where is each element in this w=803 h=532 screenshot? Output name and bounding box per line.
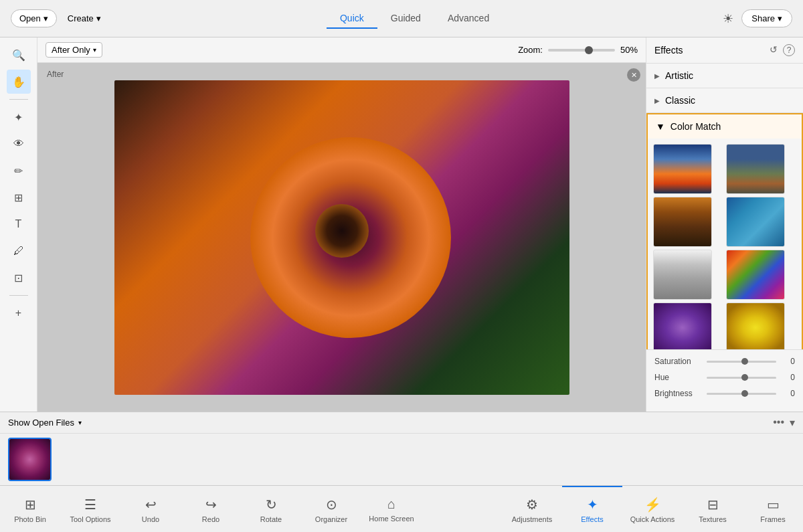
color-match-header[interactable]: ▼ Color Match <box>648 114 802 139</box>
select-tool[interactable]: ✦ <box>7 105 31 129</box>
create-button[interactable]: Create ▾ <box>62 10 106 27</box>
saturation-value: 0 <box>782 357 795 366</box>
theme-icon[interactable]: ☀ <box>723 11 733 26</box>
color-match-thumb-5[interactable] <box>653 250 712 300</box>
toolbar-effects[interactable]: ✦ Effects <box>562 486 622 533</box>
pencil-tool[interactable]: 🖊 <box>7 239 31 263</box>
adjustments-label: Adjustments <box>512 515 553 523</box>
left-toolbar: 🔍 ✋ ✦ 👁 ✏ ⊞ T 🖊 ⊡ + <box>0 37 37 412</box>
quick-actions-label: Quick Actions <box>630 515 675 523</box>
hue-thumb <box>741 374 748 381</box>
effects-list: ▶ Artistic ▶ Classic ▼ Color Match <box>646 64 803 349</box>
color-match-thumb-1[interactable] <box>653 144 712 194</box>
effects-icon: ✦ <box>587 497 598 513</box>
color-match-thumb-6[interactable] <box>726 250 785 300</box>
file-bin-chevron-icon[interactable]: ▾ <box>78 419 82 426</box>
tool-options-icon: ☰ <box>84 497 96 513</box>
open-file-thumb-1[interactable] <box>8 438 52 481</box>
canvas-label: After <box>47 70 64 79</box>
tool-separator-2 <box>9 295 28 296</box>
adjustments-icon: ⚙ <box>526 497 538 513</box>
canvas-area: After Only ▾ Zoom: 50% After ✕ <box>37 37 646 412</box>
tool-options-label: Tool Options <box>70 515 110 523</box>
color-match-thumb-2[interactable] <box>726 144 785 194</box>
stamp-tool[interactable]: ⊞ <box>7 185 31 209</box>
tab-quick[interactable]: Quick <box>327 9 377 29</box>
effects-title: Effects <box>654 45 683 56</box>
toolbar-photo-bin[interactable]: ⊞ Photo Bin <box>0 486 60 533</box>
toolbar-home-screen[interactable]: ⌂ Home Screen <box>361 486 422 533</box>
quick-actions-icon: ⚡ <box>644 497 661 513</box>
color-match-label: Color Match <box>671 121 721 132</box>
main-content: 🔍 ✋ ✦ 👁 ✏ ⊞ T 🖊 ⊡ + After Only ▾ Zoom: 5… <box>0 37 803 412</box>
tab-guided[interactable]: Guided <box>377 9 434 29</box>
classic-category-header[interactable]: ▶ Classic <box>646 88 803 112</box>
toolbar-quick-actions[interactable]: ⚡ Quick Actions <box>622 486 683 533</box>
organizer-icon: ⊙ <box>326 497 337 513</box>
toolbar-frames[interactable]: ▭ Frames <box>743 486 803 533</box>
saturation-slider[interactable] <box>707 361 776 363</box>
toolbar-rotate[interactable]: ↻ Rotate <box>241 486 301 533</box>
zoom-label: Zoom: <box>518 45 543 55</box>
artistic-label: Artistic <box>665 70 693 81</box>
toolbar-organizer[interactable]: ⊙ Organizer <box>301 486 361 533</box>
open-file-image-1 <box>9 439 50 480</box>
sliders-section: Saturation 0 Hue 0 Brightness 0 <box>646 349 803 412</box>
brightness-thumb <box>741 390 748 397</box>
redo-label: Redo <box>202 515 219 523</box>
toolbar-adjustments[interactable]: ⚙ Adjustments <box>502 486 562 533</box>
undo-icon: ↩ <box>145 497 157 513</box>
file-bin-content <box>0 434 803 485</box>
frames-icon: ▭ <box>767 497 780 513</box>
tab-advanced[interactable]: Advanced <box>434 9 503 29</box>
create-chevron-icon: ▾ <box>96 13 101 23</box>
share-button[interactable]: Share ▾ <box>741 9 792 27</box>
classic-arrow-icon: ▶ <box>654 97 660 104</box>
toolbar-redo[interactable]: ↪ Redo <box>181 486 241 533</box>
add-tool[interactable]: + <box>7 301 31 325</box>
saturation-thumb <box>741 358 748 365</box>
file-bin-header: Show Open Files ▾ ••• ▾ <box>0 412 803 434</box>
hand-tool[interactable]: ✋ <box>7 70 31 94</box>
help-icon[interactable]: ? <box>783 44 795 56</box>
right-panel: Effects ↺ ? ▶ Artistic ▶ Classic <box>646 37 803 412</box>
open-chevron-icon: ▾ <box>43 13 48 23</box>
top-bar-right: ☀ Share ▾ <box>723 9 792 27</box>
hue-slider[interactable] <box>707 377 776 379</box>
hue-value: 0 <box>782 373 795 382</box>
canvas-wrapper: After ✕ <box>37 63 646 412</box>
zoom-thumb <box>585 46 593 54</box>
color-match-thumb-8[interactable] <box>726 302 785 349</box>
search-tool[interactable]: 🔍 <box>7 43 31 67</box>
open-button[interactable]: Open ▾ <box>11 9 57 27</box>
artistic-arrow-icon: ▶ <box>654 72 660 80</box>
more-options-icon[interactable]: ••• <box>773 416 784 429</box>
file-bin-collapse-icon[interactable]: ▾ <box>790 416 795 429</box>
brush-tool[interactable]: ✏ <box>7 159 31 183</box>
toolbar-textures[interactable]: ⊟ Textures <box>683 486 743 533</box>
brightness-row: Brightness 0 <box>654 389 795 398</box>
color-match-thumb-4[interactable] <box>726 197 785 247</box>
color-match-thumb-3[interactable] <box>653 197 712 247</box>
toolbar-undo[interactable]: ↩ Undo <box>120 486 181 533</box>
color-match-thumb-7[interactable] <box>653 302 712 349</box>
brightness-label: Brightness <box>654 389 701 398</box>
saturation-row: Saturation 0 <box>654 357 795 366</box>
top-bar-left: Open ▾ Create ▾ <box>11 9 106 27</box>
view-mode-select[interactable]: After Only ▾ <box>46 42 102 58</box>
crop-tool[interactable]: ⊡ <box>7 266 31 290</box>
brightness-slider[interactable] <box>707 393 776 395</box>
tool-separator-1 <box>9 99 28 100</box>
artistic-category-header[interactable]: ▶ Artistic <box>646 64 803 88</box>
zoom-value: 50% <box>620 45 638 55</box>
view-mode-chevron-icon: ▾ <box>93 46 96 54</box>
text-tool[interactable]: T <box>7 212 31 236</box>
zoom-slider[interactable] <box>548 49 615 52</box>
reset-icon[interactable]: ↺ <box>770 44 778 56</box>
file-bin-title: Show Open Files ▾ <box>8 418 82 428</box>
toolbar-tool-options[interactable]: ☰ Tool Options <box>60 486 120 533</box>
classic-label: Classic <box>665 95 695 106</box>
canvas-close-button[interactable]: ✕ <box>627 68 640 82</box>
textures-label: Textures <box>699 515 727 523</box>
eye-tool[interactable]: 👁 <box>7 132 31 156</box>
